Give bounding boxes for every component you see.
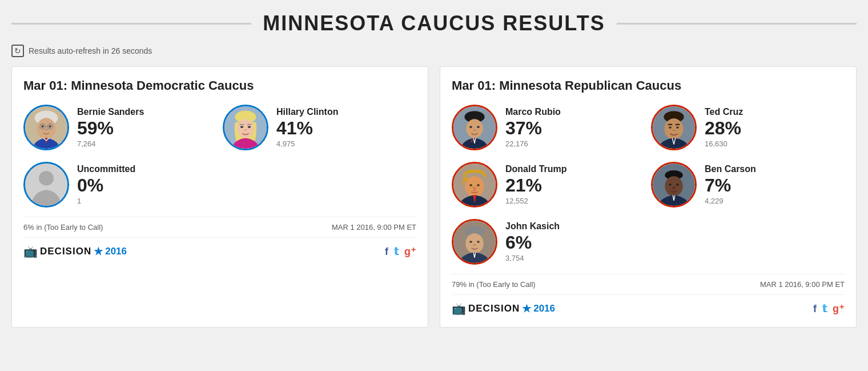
candidate-name-sanders: Bernie Sanders (77, 107, 144, 117)
candidate-votes-carson: 4,229 (705, 197, 756, 205)
democratic-panel: Mar 01: Minnesota Democratic Caucus (11, 66, 428, 328)
svg-point-42 (469, 241, 472, 243)
svg-point-20 (469, 126, 472, 128)
democratic-timestamp: MAR 1 2016, 9:00 PM ET (332, 223, 416, 232)
republican-panel: Mar 01: Minnesota Republican Caucus (440, 66, 857, 328)
candidate-votes-rubio: 22,176 (505, 139, 561, 148)
candidate-votes-uncommitted: 1 (77, 197, 135, 205)
facebook-icon-dem[interactable]: f (385, 246, 388, 258)
candidate-carson: Ben Carson 7% 4,229 (651, 162, 845, 208)
nbc-peacock-icon-dem: 📺 (23, 245, 38, 258)
page-title: MINNESOTA CAUCUS RESULTS (263, 11, 605, 35)
republican-footer-info: 79% in (Too Early to Call) MAR 1 2016, 9… (452, 274, 845, 289)
candidate-info-sanders: Bernie Sanders 59% 7,264 (77, 107, 144, 148)
svg-point-27 (676, 126, 679, 129)
decision-star-dem: ★ (94, 245, 103, 258)
svg-point-37 (676, 183, 679, 186)
candidate-name-carson: Ben Carson (705, 164, 756, 174)
candidate-sanders: Bernie Sanders 59% 7,264 (23, 105, 217, 150)
refresh-icon[interactable]: ↻ (11, 45, 24, 57)
candidate-pct-uncommitted: 0% (77, 175, 135, 196)
candidate-info-rubio: Marco Rubio 37% 22,176 (505, 107, 561, 148)
svg-point-29 (465, 176, 484, 197)
candidate-pct-kasich: 6% (505, 233, 560, 253)
republican-brand: 📺 DECISION ★ 2016 f 𝕥 g⁺ (452, 294, 845, 316)
twitter-icon-dem[interactable]: 𝕥 (394, 245, 399, 258)
social-icons-dem: f 𝕥 g⁺ (385, 245, 416, 258)
democratic-candidates-grid: Bernie Sanders 59% 7,264 (23, 105, 416, 208)
svg-point-11 (237, 119, 254, 138)
svg-point-41 (465, 233, 483, 253)
svg-point-4 (49, 125, 51, 128)
svg-point-12 (240, 126, 244, 128)
svg-point-16 (39, 171, 54, 186)
avatar-kasich (452, 219, 497, 265)
democratic-brand: 📺 DECISION ★ 2016 f 𝕥 g⁺ (23, 237, 416, 258)
svg-point-26 (669, 126, 672, 129)
avatar-carson (651, 162, 697, 208)
candidate-votes-sanders: 7,264 (77, 139, 144, 148)
avatar-sanders (23, 105, 69, 150)
svg-point-35 (665, 176, 682, 196)
decision-logo-dem: 📺 DECISION ★ 2016 (23, 245, 127, 258)
page-header: MINNESOTA CAUCUS RESULTS (11, 11, 857, 35)
democratic-footer-info: 6% in (Too Early to Call) MAR 1 2016, 9:… (23, 217, 416, 232)
svg-point-25 (664, 118, 683, 139)
svg-point-13 (248, 126, 251, 128)
header-line-left (11, 23, 251, 25)
twitter-icon-rep[interactable]: 𝕥 (822, 302, 827, 315)
svg-point-43 (477, 241, 480, 243)
decision-year-dem: 2016 (105, 246, 127, 257)
candidate-votes-trump: 12,552 (505, 197, 567, 205)
candidate-name-clinton: Hillary Clinton (276, 107, 338, 117)
candidate-info-trump: Donald Trump 21% 12,552 (505, 164, 567, 205)
avatar-trump (452, 162, 497, 208)
avatar-clinton (223, 105, 268, 150)
republican-reporting: 79% in (Too Early to Call) (452, 280, 536, 289)
svg-point-14 (244, 129, 247, 131)
candidate-name-rubio: Marco Rubio (505, 107, 561, 117)
decision-year-rep: 2016 (533, 303, 555, 314)
candidate-info-kasich: John Kasich 6% 3,754 (505, 221, 560, 262)
candidate-pct-cruz: 28% (705, 118, 743, 138)
candidate-name-kasich: John Kasich (505, 221, 560, 232)
svg-point-22 (473, 129, 476, 131)
candidate-clinton: Hillary Clinton 41% 4,975 (223, 105, 416, 150)
candidate-trump: Donald Trump 21% 12,552 (452, 162, 645, 208)
facebook-icon-rep[interactable]: f (813, 303, 817, 315)
candidate-cruz: Ted Cruz 28% 16,630 (651, 105, 845, 150)
googleplus-icon-dem[interactable]: g⁺ (404, 245, 416, 258)
svg-point-5 (45, 129, 48, 131)
auto-refresh-bar: ↻ Results auto-refresh in 26 seconds (11, 45, 857, 57)
svg-point-19 (466, 119, 483, 138)
svg-point-44 (473, 244, 476, 246)
candidate-info-clinton: Hillary Clinton 41% 4,975 (276, 107, 338, 148)
googleplus-icon-rep[interactable]: g⁺ (833, 302, 845, 315)
svg-point-21 (477, 126, 480, 128)
decision-logo-rep: 📺 DECISION ★ 2016 (452, 302, 555, 316)
candidate-votes-clinton: 4,975 (276, 139, 338, 148)
candidate-name-cruz: Ted Cruz (705, 107, 743, 117)
svg-point-31 (477, 184, 480, 186)
candidate-pct-rubio: 37% (505, 118, 561, 138)
candidate-pct-sanders: 59% (77, 118, 144, 138)
decision-text-rep: DECISION (468, 303, 520, 314)
decision-text-dem: DECISION (40, 246, 91, 257)
header-line-right (617, 23, 857, 25)
candidate-votes-kasich: 3,754 (505, 254, 560, 262)
republican-panel-title: Mar 01: Minnesota Republican Caucus (452, 78, 845, 93)
svg-point-30 (469, 184, 472, 186)
svg-point-32 (473, 188, 476, 192)
social-icons-rep: f 𝕥 g⁺ (813, 302, 845, 315)
democratic-reporting: 6% in (Too Early to Call) (23, 223, 103, 232)
avatar-rubio (452, 105, 497, 150)
nbc-peacock-icon-rep: 📺 (452, 302, 466, 316)
democratic-panel-title: Mar 01: Minnesota Democratic Caucus (23, 78, 416, 93)
decision-star-rep: ★ (522, 302, 531, 315)
candidate-info-cruz: Ted Cruz 28% 16,630 (705, 107, 743, 148)
svg-point-3 (41, 125, 44, 128)
candidate-info-uncommitted: Uncommitted 0% 1 (77, 164, 135, 205)
republican-candidates-grid: Marco Rubio 37% 22,176 (452, 105, 845, 265)
candidate-rubio: Marco Rubio 37% 22,176 (452, 105, 645, 150)
candidate-name-uncommitted: Uncommitted (77, 164, 135, 174)
